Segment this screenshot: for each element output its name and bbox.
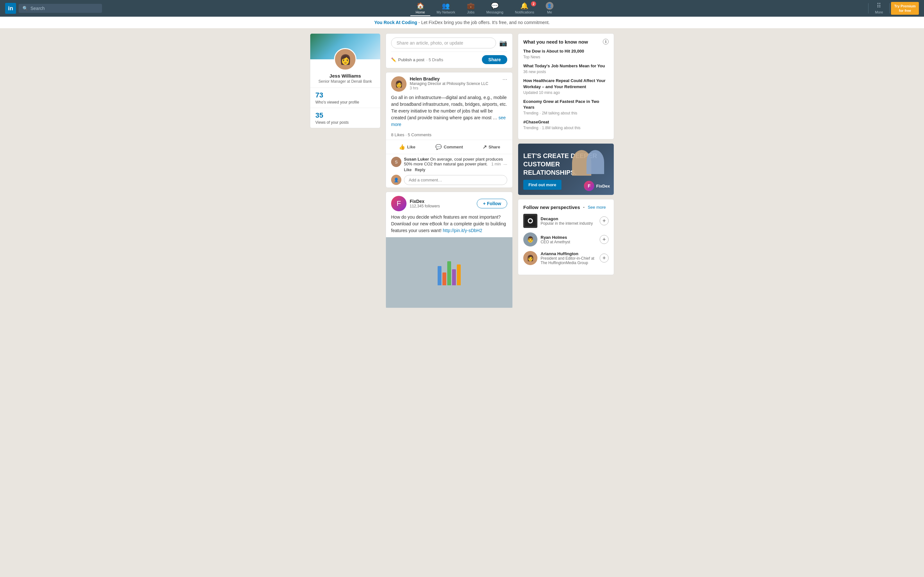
comment-time: 1 min <box>491 162 501 166</box>
main-feed: Share an article, photo, or update 📷 ✏️ … <box>386 33 513 308</box>
news-item-4[interactable]: Economy Grew at Fastest Pace in Two Year… <box>523 99 609 115</box>
share-post-button[interactable]: ↗ Share <box>470 141 512 153</box>
arianna-info: Arianna Huffington President and Editor-… <box>541 251 596 265</box>
comment-item: S Susan Luker On average, coal power pla… <box>391 157 507 172</box>
follow-ryan-button[interactable]: + <box>599 235 609 244</box>
post-author-name[interactable]: Helen Bradley <box>410 76 499 81</box>
post-time: 3 hrs <box>410 86 499 90</box>
news-item-2[interactable]: What Today's Job Numbers Mean for You 36… <box>523 63 609 74</box>
news-item-3[interactable]: How Healthcare Repeal Could Affect Your … <box>523 78 609 95</box>
like-button[interactable]: 👍 Like <box>386 141 428 153</box>
like-icon: 👍 <box>399 144 405 150</box>
ad-cta-button[interactable]: Find out more <box>523 180 561 190</box>
news-headline-3: How Healthcare Repeal Could Affect Your … <box>523 78 609 89</box>
nav-divider <box>868 3 869 13</box>
fixdex-meta: FixDex 112,345 followers <box>410 199 473 208</box>
nav-messaging[interactable]: 💬 Messaging <box>481 1 509 16</box>
notifications-badge: 2 <box>531 1 536 6</box>
share-box: Share an article, photo, or update 📷 ✏️ … <box>386 33 513 68</box>
follow-person-3: 👩 Arianna Huffington President and Edito… <box>523 251 609 265</box>
comment-avatar[interactable]: S <box>391 157 401 167</box>
more-icon: ⠿ <box>877 2 881 10</box>
fixdex-name[interactable]: FixDex <box>410 199 473 204</box>
follow-person-1: Decagon Popular in the internet industry… <box>523 214 609 228</box>
messaging-icon: 💬 <box>491 2 499 10</box>
nav-notifications[interactable]: 🔔 2 Notifications <box>510 1 540 16</box>
see-more-link[interactable]: See more <box>588 205 606 210</box>
news-headline-1: The Dow is About to Hit 20,000 <box>523 48 609 54</box>
notifications-icon: 🔔 <box>520 2 528 10</box>
profile-title: Senior Manager at Denali Bank <box>310 79 380 87</box>
follow-card-title: Follow new perspectives · See more <box>523 205 609 210</box>
ad-card: LET'S CREATE DEEPER CUSTOMER RELATIONSHI… <box>518 143 614 195</box>
news-headline-4: Economy Grew at Fastest Pace in Two Year… <box>523 99 609 110</box>
ad-brand-name: FixDex <box>596 184 610 189</box>
home-icon: 🏠 <box>417 2 425 10</box>
comment-body: Susan Luker On average, coal power plant… <box>404 157 507 166</box>
nav-more[interactable]: ⠿ More <box>870 1 888 16</box>
fixdex-post-card: F FixDex 112,345 followers + Follow How … <box>386 192 513 308</box>
decagon-avatar <box>523 214 537 228</box>
share-icon: ↗ <box>483 144 487 150</box>
share-button[interactable]: Share <box>482 55 507 64</box>
post-author-avatar[interactable]: 👩 <box>391 76 407 92</box>
nav-items: 🏠 Home 👥 My Network 💼 Jobs 💬 Messaging 🔔… <box>102 1 867 16</box>
follow-perspectives-card: Follow new perspectives · See more Decag… <box>518 199 614 275</box>
jobs-icon: 💼 <box>467 2 475 10</box>
network-icon: 👥 <box>442 2 450 10</box>
follow-arianna-button[interactable]: + <box>599 253 609 263</box>
like-label: Like <box>407 145 415 149</box>
ryan-holmes-avatar: 👨 <box>523 232 537 247</box>
news-info-icon[interactable]: ℹ <box>603 39 609 45</box>
post-stats: 8 Likes · 5 Comments <box>386 131 512 140</box>
linkedin-logo[interactable]: in <box>5 3 16 14</box>
ryan-holmes-title: CEO at Amethyst <box>541 240 596 244</box>
decagon-name[interactable]: Decagon <box>541 216 596 221</box>
sidebar-right: What you need to know now ℹ The Dow is A… <box>518 33 614 308</box>
profile-name[interactable]: Jess Williams <box>310 73 380 79</box>
search-input[interactable] <box>31 6 98 11</box>
profile-avatar-wrap: 👩 <box>310 48 380 71</box>
comment-section: S Susan Luker On average, coal power pla… <box>386 154 512 187</box>
arianna-name[interactable]: Arianna Huffington <box>541 251 596 256</box>
add-comment-row: 👤 <box>391 175 507 185</box>
follow-button[interactable]: + Follow <box>477 199 507 208</box>
views-label: Who's viewed your profile <box>315 100 375 105</box>
post-actions: 👍 Like 💬 Comment ↗ Share <box>386 140 512 154</box>
comment-reply-button[interactable]: Reply <box>415 168 425 172</box>
fixdex-post-header: F FixDex 112,345 followers + Follow <box>386 192 512 214</box>
pencil-icon: ✏️ <box>391 57 396 62</box>
nav-home-label: Home <box>415 10 425 14</box>
fixdex-link[interactable]: http://pin.it/y-sDbH2 <box>443 228 482 233</box>
profile-views-stat[interactable]: 73 Who's viewed your profile <box>310 88 380 108</box>
post-meta: Helen Bradley Managing Director at Philo… <box>410 76 499 90</box>
nav-jobs[interactable]: 💼 Jobs <box>462 1 480 16</box>
fixdex-followers: 112,345 followers <box>410 204 473 208</box>
nav-home[interactable]: 🏠 Home <box>410 1 430 16</box>
page-layout: 👩 Jess Williams Senior Manager at Denali… <box>305 28 619 313</box>
comment-more-button[interactable]: ··· <box>503 161 507 167</box>
profile-posts-stat[interactable]: 35 Views of your posts <box>310 108 380 128</box>
premium-button[interactable]: Try Premium for free <box>891 2 919 15</box>
news-card-title: What you need to know now ℹ <box>523 39 609 45</box>
search-bar[interactable]: 🔍 <box>19 4 102 13</box>
comment-input[interactable] <box>404 175 507 185</box>
news-item-1[interactable]: The Dow is About to Hit 20,000 Top News <box>523 48 609 59</box>
promo-highlight[interactable]: You Rock At Coding <box>374 20 417 25</box>
news-meta-3: Updated 10 mins ago <box>523 90 609 95</box>
follow-decagon-button[interactable]: + <box>599 216 609 226</box>
comment-like-button[interactable]: Like <box>404 168 412 172</box>
post-more-button[interactable]: ··· <box>502 76 507 82</box>
nav-my-network[interactable]: 👥 My Network <box>431 1 460 16</box>
camera-icon[interactable]: 📷 <box>499 39 507 47</box>
nav-me[interactable]: 👤 Me <box>541 1 559 16</box>
publish-post-button[interactable]: ✏️ Publish a post · 5 Drafts <box>391 57 443 62</box>
share-input[interactable]: Share an article, photo, or update <box>391 37 496 48</box>
news-item-5[interactable]: #ChaseGreat Trending·1.8M talking about … <box>523 119 609 130</box>
comment-button[interactable]: 💬 Comment <box>428 141 470 153</box>
follow-plus-icon: + <box>483 201 485 206</box>
comment-author[interactable]: Susan Luker <box>404 157 429 161</box>
fixdex-logo[interactable]: F <box>391 196 407 211</box>
ryan-holmes-name[interactable]: Ryan Holmes <box>541 235 596 240</box>
avatar[interactable]: 👩 <box>334 48 357 71</box>
